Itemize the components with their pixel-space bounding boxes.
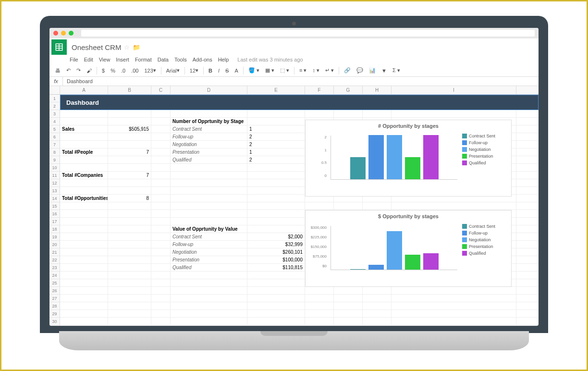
- menu-insert[interactable]: Insert: [116, 57, 129, 62]
- row-header[interactable]: 29: [49, 310, 60, 318]
- chart-bar: [387, 135, 402, 179]
- row-header[interactable]: 8: [49, 148, 60, 156]
- link-icon[interactable]: 🔗: [342, 66, 353, 74]
- menu-edit[interactable]: Edit: [84, 57, 93, 62]
- chart-bar: [350, 157, 366, 179]
- menu-format[interactable]: Format: [135, 57, 152, 62]
- valign-icon[interactable]: ↕ ▾: [310, 66, 321, 74]
- italic-button[interactable]: I: [216, 67, 221, 74]
- close-icon[interactable]: [53, 31, 58, 36]
- format-dec-dec[interactable]: .0: [119, 67, 127, 74]
- row-header[interactable]: 17: [49, 218, 60, 225]
- menu-file[interactable]: File: [70, 57, 78, 62]
- column-header[interactable]: C: [151, 86, 171, 94]
- chart-legend: Contract SentFollow-upNegotiationPresent…: [459, 134, 507, 186]
- row-header[interactable]: 12: [49, 179, 60, 187]
- column-header[interactable]: A: [60, 86, 108, 94]
- column-header[interactable]: F: [305, 86, 334, 94]
- chart-bar: [368, 135, 384, 179]
- chart-opportunity-count[interactable]: # Opportunity by stages00.512Contract Se…: [305, 120, 512, 197]
- row-header[interactable]: 26: [49, 287, 60, 295]
- fx-value[interactable]: Dashboard: [63, 77, 97, 86]
- row-header[interactable]: 4: [49, 118, 60, 125]
- row-header[interactable]: 19: [49, 233, 60, 241]
- font-select[interactable]: Arial ▾: [164, 66, 182, 74]
- chart-opportunity-value[interactable]: $ Opportunity by stages$0$75,000$150,000…: [305, 210, 512, 287]
- comment-icon[interactable]: 💬: [355, 66, 365, 74]
- window-titlebar: [49, 28, 539, 38]
- url-bar[interactable]: [81, 30, 535, 37]
- row-header[interactable]: 30: [49, 318, 60, 325]
- row-header[interactable]: 11: [49, 172, 60, 179]
- row-header[interactable]: 24: [49, 272, 60, 279]
- row-header[interactable]: 27: [49, 295, 60, 302]
- maximize-icon[interactable]: [69, 31, 74, 36]
- functions-icon[interactable]: Σ ▾: [391, 66, 402, 74]
- format-dec-inc[interactable]: .00: [129, 67, 140, 74]
- document-title[interactable]: Onesheet CRM: [72, 43, 121, 51]
- format-currency[interactable]: $: [100, 67, 107, 74]
- filter-icon[interactable]: ▼: [380, 67, 389, 74]
- menu-tools[interactable]: Tools: [174, 57, 187, 62]
- chart-bar: [423, 135, 439, 179]
- row-header[interactable]: 22: [49, 256, 60, 264]
- row-header[interactable]: 7: [49, 141, 60, 148]
- row-header[interactable]: 9: [49, 156, 60, 164]
- strike-button[interactable]: S: [223, 67, 231, 74]
- row-header[interactable]: 21: [49, 248, 60, 256]
- app-header: Onesheet CRM ☆ 📁: [49, 38, 539, 56]
- font-size[interactable]: 12 ▾: [188, 66, 200, 74]
- row-header[interactable]: 18: [49, 225, 60, 233]
- redo-icon[interactable]: ↷: [74, 66, 83, 74]
- row-header[interactable]: 10: [49, 164, 60, 172]
- chart-title: $ Opportunity by stages: [306, 210, 511, 222]
- chart-icon[interactable]: 📊: [367, 66, 378, 74]
- menu-data[interactable]: Data: [158, 57, 169, 62]
- row-header[interactable]: 1: [49, 95, 60, 102]
- grid: ABCDEFGHI Number of Opprtunity by StageS…: [60, 86, 539, 326]
- fill-color-icon[interactable]: 🪣 ▾: [246, 66, 261, 74]
- formula-bar: fx Dashboard: [49, 77, 539, 86]
- row-header[interactable]: 16: [49, 210, 60, 218]
- chart-bar: [405, 157, 420, 179]
- bold-button[interactable]: B: [207, 67, 214, 74]
- dashboard-banner: Dashboard: [60, 95, 539, 110]
- menu-addons[interactable]: Add-ons: [193, 57, 212, 62]
- column-header[interactable]: B: [108, 86, 151, 94]
- row-header[interactable]: 25: [49, 279, 60, 287]
- minimize-icon[interactable]: [61, 31, 66, 36]
- column-header[interactable]: H: [363, 86, 392, 94]
- column-header[interactable]: D: [171, 86, 247, 94]
- borders-icon[interactable]: ▦ ▾: [263, 66, 276, 74]
- paint-format-icon[interactable]: 🖌: [85, 67, 94, 74]
- folder-icon[interactable]: 📁: [133, 44, 140, 51]
- row-header[interactable]: 6: [49, 133, 60, 141]
- row-header[interactable]: 13: [49, 187, 60, 195]
- align-icon[interactable]: ≡ ▾: [297, 66, 308, 74]
- column-header[interactable]: G: [334, 86, 363, 94]
- wrap-icon[interactable]: ↵ ▾: [323, 66, 336, 74]
- laptop-camera: [292, 22, 296, 25]
- sheets-logo-icon[interactable]: [51, 39, 67, 55]
- row-header[interactable]: 20: [49, 241, 60, 248]
- merge-icon[interactable]: ⬚ ▾: [278, 66, 291, 74]
- column-headers: ABCDEFGHI: [60, 86, 539, 95]
- row-header[interactable]: 23: [49, 264, 60, 272]
- menu-help[interactable]: Help: [218, 57, 229, 62]
- column-header[interactable]: I: [392, 86, 516, 94]
- chart-bar: [350, 269, 366, 270]
- undo-icon[interactable]: ↶: [64, 66, 73, 74]
- row-header[interactable]: 28: [49, 302, 60, 310]
- row-header[interactable]: 15: [49, 202, 60, 210]
- text-color-button[interactable]: A: [233, 67, 240, 74]
- menu-view[interactable]: View: [99, 57, 110, 62]
- format-percent[interactable]: %: [109, 67, 117, 74]
- print-icon[interactable]: 🖶: [53, 67, 62, 74]
- star-icon[interactable]: ☆: [124, 44, 130, 51]
- format-number[interactable]: 123 ▾: [142, 66, 158, 74]
- row-header[interactable]: 2: [49, 102, 60, 110]
- row-header[interactable]: 5: [49, 125, 60, 133]
- row-header[interactable]: 3: [49, 110, 60, 118]
- column-header[interactable]: E: [247, 86, 305, 94]
- row-header[interactable]: 14: [49, 195, 60, 202]
